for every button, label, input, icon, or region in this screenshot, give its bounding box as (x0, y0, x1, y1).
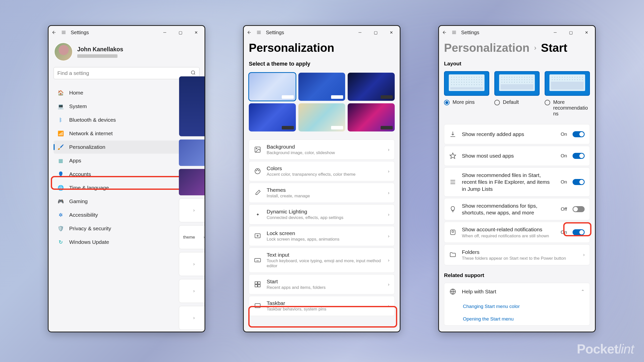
maximize-button[interactable]: ▢ (565, 29, 576, 36)
svg-line-4 (194, 74, 195, 75)
radio-more-pins[interactable]: More pins (444, 99, 489, 117)
nav-bluetooth[interactable]: ᛒBluetooth & devices (54, 113, 199, 126)
peek-card[interactable]: theme› (179, 225, 205, 249)
theme-tile-sunrise[interactable] (298, 103, 345, 131)
theme-tile-light[interactable] (249, 73, 296, 101)
chevron-right-icon: › (388, 212, 389, 217)
profile-block[interactable]: John Kanellakos (54, 39, 199, 67)
card-dynamic-lighting[interactable]: ✦Dynamic LightingConnected devices, effe… (249, 204, 395, 224)
svg-rect-16 (255, 258, 260, 262)
minimize-button[interactable]: ─ (550, 29, 561, 36)
nav-accounts[interactable]: 👤Accounts (54, 168, 199, 181)
back-button[interactable] (442, 30, 447, 35)
breadcrumb-current: Start (541, 41, 567, 55)
nav-home[interactable]: 🏠Home (54, 86, 199, 99)
titlebar: Settings ─ ▢ ✕ (244, 26, 400, 39)
peek-card[interactable]: › (179, 252, 205, 276)
maximize-button[interactable]: ▢ (175, 29, 186, 36)
radio-more-recs[interactable]: More recommendations (545, 99, 590, 117)
chevron-up-icon: ⌃ (581, 289, 585, 294)
chevron-right-icon: › (193, 208, 195, 213)
theme-tile-dark[interactable] (348, 73, 395, 101)
card-folders[interactable]: FoldersThese folders appear on Start nex… (444, 244, 590, 265)
chevron-right-icon: › (388, 190, 389, 196)
bluetooth-icon: ᛒ (58, 117, 64, 123)
theme-subhead: Select a theme to apply (249, 61, 395, 73)
start-toggles: Show recently added appsOn Show most use… (444, 124, 590, 265)
download-icon (449, 131, 456, 138)
nav-gaming[interactable]: 🎮Gaming (54, 195, 199, 208)
toggle-switch[interactable] (573, 131, 585, 137)
layout-more-pins[interactable] (444, 71, 489, 96)
chevron-right-icon: › (203, 235, 205, 240)
titlebar: Settings ─ ▢ ✕ (49, 26, 205, 39)
close-button[interactable]: ✕ (386, 29, 397, 36)
layout-default[interactable] (494, 71, 540, 96)
accounts-icon: 👤 (58, 171, 64, 177)
nav-apps[interactable]: ▦Apps (54, 154, 199, 167)
card-background[interactable]: BackgroundBackground image, color, slide… (249, 140, 395, 160)
minimize-button[interactable]: ─ (354, 29, 366, 36)
layout-radios: More pins Default More recommendations (444, 99, 590, 117)
peek-thumb (179, 140, 205, 166)
toggle-switch[interactable] (573, 179, 585, 185)
toggle-switch[interactable] (573, 206, 585, 212)
highlight-toggle-off (563, 222, 591, 236)
search-input[interactable] (57, 70, 188, 76)
settings-window-personalization: Settings ─ ▢ ✕ Personalization Select a … (243, 25, 400, 332)
nav-personalization[interactable]: 🖌️Personalization (54, 141, 199, 154)
maximize-button[interactable]: ▢ (370, 29, 381, 36)
card-colors[interactable]: ColorsAccent color, transparency effects… (249, 161, 395, 181)
nav-update[interactable]: ↻Windows Update (54, 236, 199, 249)
card-lock-screen[interactable]: Lock screenLock screen images, apps, ani… (249, 226, 395, 246)
peek-card[interactable]: › (179, 198, 205, 222)
nav-network[interactable]: 📶Network & internet (54, 127, 199, 140)
back-button[interactable] (52, 30, 57, 35)
nav-privacy[interactable]: 🛡️Privacy & security (54, 222, 199, 235)
card-text-input[interactable]: Text inputTouch keyboard, voice typing, … (249, 248, 395, 273)
layout-options (444, 71, 590, 96)
close-button[interactable]: ✕ (190, 29, 202, 36)
svg-point-3 (191, 71, 195, 74)
toggle-recommended-files: Show recommended files in Start, recent … (444, 167, 590, 197)
network-icon: 📶 (58, 130, 64, 137)
nav-accessibility[interactable]: ✲Accessibility (54, 208, 199, 221)
settings-window-main: Settings ─ ▢ ✕ John Kanellakos 🏠Home 💻Sy… (48, 25, 205, 332)
layout-more-recs[interactable] (545, 71, 590, 96)
hamburger-icon[interactable] (61, 30, 66, 35)
svg-point-13 (259, 170, 259, 171)
search-box[interactable] (54, 67, 199, 79)
theme-tile-flow[interactable] (348, 103, 395, 131)
theme-tile-blue[interactable] (298, 73, 345, 101)
search-icon (191, 70, 196, 76)
theme-tile-bluebloom[interactable] (249, 103, 296, 131)
hamburger-icon[interactable] (256, 30, 261, 35)
bulb-icon (449, 206, 456, 213)
chevron-right-icon: › (388, 258, 389, 263)
peek-card[interactable]: › (179, 279, 205, 303)
breadcrumb: Personalization › Start (444, 39, 590, 61)
content: John Kanellakos 🏠Home 💻System ᛒBluetooth… (49, 39, 205, 332)
breadcrumb-parent[interactable]: Personalization (444, 41, 530, 55)
help-link-open[interactable]: Opening the Start menu (444, 313, 590, 325)
help-link-color[interactable]: Changing Start menu color (444, 300, 590, 313)
system-icon: 💻 (58, 103, 64, 109)
help-card: Help with Start⌃ Changing Start menu col… (444, 283, 590, 326)
related-support-heading: Related support (444, 272, 590, 278)
nav-system[interactable]: 💻System (54, 100, 199, 113)
chevron-right-icon: › (193, 315, 195, 321)
svg-point-11 (256, 170, 257, 171)
card-themes[interactable]: ThemesInstall, create, manage› (249, 183, 395, 203)
hamburger-icon[interactable] (452, 30, 457, 35)
toggle-switch[interactable] (573, 153, 585, 159)
card-start[interactable]: StartRecent apps and items, folders› (249, 274, 395, 294)
radio-default[interactable]: Default (494, 99, 540, 117)
back-button[interactable] (247, 30, 252, 35)
close-button[interactable]: ✕ (581, 29, 592, 36)
content: Personalization Select a theme to apply … (244, 39, 400, 332)
nav-time[interactable]: 🌐Time & language (54, 181, 199, 194)
peek-card[interactable]: › (179, 306, 205, 330)
personalization-cards: BackgroundBackground image, color, slide… (249, 140, 395, 316)
minimize-button[interactable]: ─ (159, 29, 170, 36)
help-header[interactable]: Help with Start⌃ (444, 283, 590, 300)
